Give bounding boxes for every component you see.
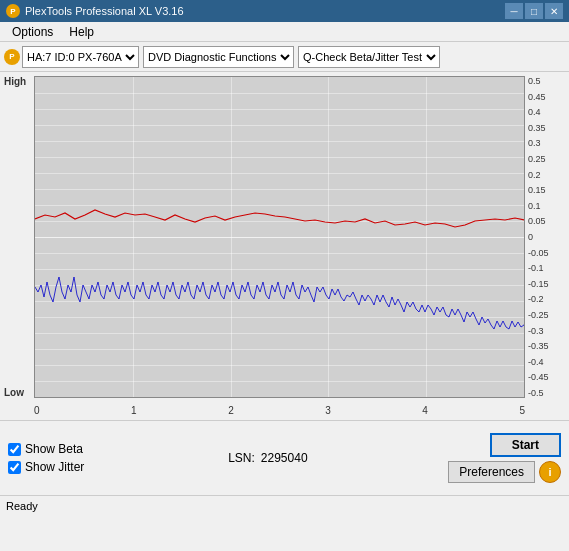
y-label-0: 0.5 (528, 76, 565, 86)
x-axis-labels: 0 1 2 3 4 5 (34, 405, 525, 416)
y-label-3: 0.35 (528, 123, 565, 133)
y-axis-labels: 0.5 0.45 0.4 0.35 0.3 0.25 0.2 0.15 0.1 … (525, 76, 565, 398)
beta-line (35, 210, 524, 227)
y-label-19: -0.45 (528, 372, 565, 382)
menu-bar: Options Help (0, 22, 569, 42)
y-label-4: 0.3 (528, 138, 565, 148)
show-beta-checkbox[interactable] (8, 443, 21, 456)
x-label-0: 0 (34, 405, 40, 416)
title-bar: P PlexTools Professional XL V3.16 ─ □ ✕ (0, 0, 569, 22)
preferences-button[interactable]: Preferences (448, 461, 535, 483)
pref-section: Preferences i (448, 461, 561, 483)
function-selector[interactable]: DVD Diagnostic Functions (143, 46, 294, 68)
minimize-button[interactable]: ─ (505, 3, 523, 19)
y-label-20: -0.5 (528, 388, 565, 398)
chart-svg (35, 77, 524, 397)
y-label-7: 0.15 (528, 185, 565, 195)
chart-wrapper: High Low (4, 76, 565, 416)
x-label-5: 5 (519, 405, 525, 416)
buttons-section: Start Preferences i (448, 433, 561, 483)
y-label-15: -0.25 (528, 310, 565, 320)
maximize-button[interactable]: □ (525, 3, 543, 19)
test-selector[interactable]: Q-Check Beta/Jitter Test (298, 46, 440, 68)
app-icon: P (6, 4, 20, 18)
lsn-section: LSN: 2295040 (228, 451, 448, 465)
y-label-2: 0.4 (528, 107, 565, 117)
show-jitter-checkbox[interactable] (8, 461, 21, 474)
lsn-value: 2295040 (261, 451, 308, 465)
show-jitter-item: Show Jitter (8, 460, 228, 474)
info-button[interactable]: i (539, 461, 561, 483)
chart-label-high: High (4, 76, 26, 87)
y-label-11: -0.05 (528, 248, 565, 258)
close-button[interactable]: ✕ (545, 3, 563, 19)
toolbar: P HA:7 ID:0 PX-760A DVD Diagnostic Funct… (0, 42, 569, 72)
x-label-3: 3 (325, 405, 331, 416)
show-beta-label: Show Beta (25, 442, 83, 456)
y-label-18: -0.4 (528, 357, 565, 367)
y-label-1: 0.45 (528, 92, 565, 102)
y-label-6: 0.2 (528, 170, 565, 180)
x-label-1: 1 (131, 405, 137, 416)
y-label-17: -0.35 (528, 341, 565, 351)
lsn-label: LSN: (228, 451, 255, 465)
y-label-13: -0.15 (528, 279, 565, 289)
y-label-16: -0.3 (528, 326, 565, 336)
menu-help[interactable]: Help (61, 23, 102, 41)
y-label-9: 0.05 (528, 216, 565, 226)
y-label-14: -0.2 (528, 294, 565, 304)
status-bar: Ready (0, 495, 569, 515)
window-controls: ─ □ ✕ (505, 3, 563, 19)
bottom-controls: Show Beta Show Jitter LSN: 2295040 Start… (0, 420, 569, 495)
chart-label-low: Low (4, 387, 24, 398)
x-label-2: 2 (228, 405, 234, 416)
drive-selector[interactable]: HA:7 ID:0 PX-760A (22, 46, 139, 68)
drive-icon: P (4, 49, 20, 65)
title-text: PlexTools Professional XL V3.16 (25, 5, 184, 17)
drive-section: P HA:7 ID:0 PX-760A (4, 46, 139, 68)
start-button[interactable]: Start (490, 433, 561, 457)
y-label-5: 0.25 (528, 154, 565, 164)
status-text: Ready (6, 500, 38, 512)
menu-options[interactable]: Options (4, 23, 61, 41)
show-beta-item: Show Beta (8, 442, 228, 456)
y-label-10: 0 (528, 232, 565, 242)
jitter-line (35, 277, 524, 329)
y-label-12: -0.1 (528, 263, 565, 273)
checkbox-section: Show Beta Show Jitter (8, 442, 228, 474)
chart-container: High Low (0, 72, 569, 420)
x-label-4: 4 (422, 405, 428, 416)
show-jitter-label: Show Jitter (25, 460, 84, 474)
y-label-8: 0.1 (528, 201, 565, 211)
chart-plot (34, 76, 525, 398)
